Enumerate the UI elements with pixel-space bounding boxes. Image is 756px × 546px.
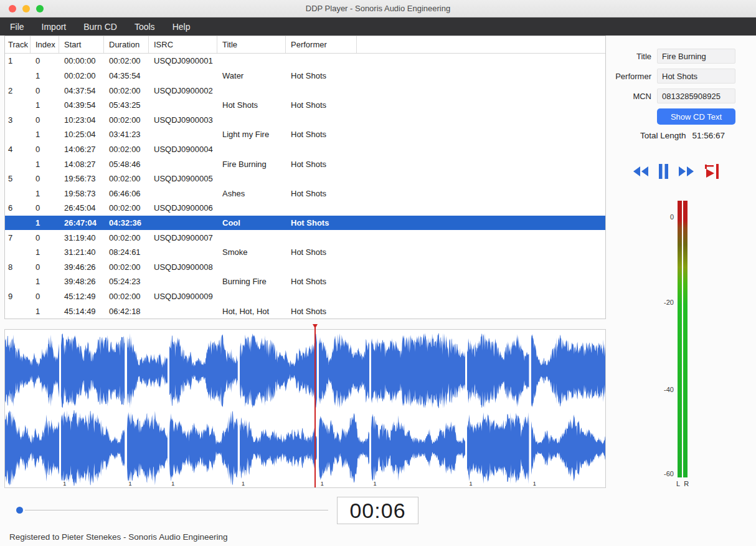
menu-item-file[interactable]: File: [10, 22, 33, 32]
mcn-field[interactable]: [657, 89, 735, 103]
minimize-window-button[interactable]: [22, 5, 30, 12]
show-cd-text-button[interactable]: Show CD Text: [657, 108, 735, 125]
table-row[interactable]: 104:39:5405:43:25Hot ShotsHot Shots: [5, 98, 605, 113]
cell-performer: Hot Shots: [286, 189, 357, 198]
time-value: 00:06: [349, 499, 405, 523]
meter-bar-right: [683, 201, 687, 477]
cell-duration: 04:35:54: [104, 71, 149, 80]
waveform-segment[interactable]: 1: [169, 330, 238, 487]
cell-start: 19:58:73: [59, 189, 104, 198]
close-window-button[interactable]: [9, 5, 16, 12]
table-row[interactable]: 100:02:0004:35:54WaterHot Shots: [5, 69, 605, 84]
table-row[interactable]: 8039:46:2600:02:00USQDJ0900008: [5, 260, 605, 275]
waveform-segment[interactable]: 1: [531, 330, 605, 487]
cell-duration: 06:46:06: [104, 189, 149, 198]
cell-title: Burning Fire: [217, 277, 286, 286]
column-header-duration: Duration: [104, 36, 149, 53]
cell-index: 1: [31, 71, 59, 80]
playhead-cursor[interactable]: [314, 324, 316, 487]
meter-scale: 0-20-40-60: [654, 201, 674, 477]
cell-start: 00:00:00: [59, 56, 104, 65]
waveform-display[interactable]: 11111111: [4, 329, 606, 488]
waveform-segment[interactable]: 1: [127, 330, 168, 487]
cell-index: 1: [31, 247, 59, 257]
pause-button[interactable]: [658, 163, 669, 180]
cell-start: 04:37:54: [59, 86, 104, 95]
menu-item-burn-cd[interactable]: Burn CD: [75, 22, 126, 32]
column-header-track: Track: [5, 36, 31, 53]
cell-start: 14:06:27: [59, 145, 104, 154]
table-row[interactable]: 145:14:4906:42:18Hot, Hot, HotHot Shots: [5, 304, 605, 318]
table-row[interactable]: 139:48:2605:24:23Burning FireHot Shots: [5, 274, 605, 289]
segment-marker-label: 1: [319, 481, 325, 487]
table-row[interactable]: 110:25:0403:41:23Light my FireHot Shots: [5, 127, 605, 142]
position-slider-track[interactable]: [25, 510, 328, 510]
cell-start: 45:14:49: [59, 307, 104, 316]
performer-field[interactable]: [657, 69, 735, 84]
waveform-segment[interactable]: 1: [467, 330, 529, 487]
total-length-value: 51:56:67: [692, 131, 725, 140]
cell-performer: Hot Shots: [286, 247, 357, 257]
table-row[interactable]: 114:08:2705:48:46Fire BurningHot Shots: [5, 156, 605, 171]
cell-index: 0: [31, 86, 59, 95]
cell-index: 0: [31, 262, 59, 272]
cell-title: Smoke: [217, 247, 286, 257]
table-row[interactable]: 9045:12:4900:02:00USQDJ0900009: [5, 289, 605, 304]
meter-scale-label: 0: [670, 213, 674, 221]
column-header-performer: Performer: [286, 36, 357, 53]
meter-scale-label: -60: [664, 470, 674, 477]
track-table-header: TrackIndexStartDurationISRCTitlePerforme…: [5, 36, 605, 54]
cell-isrc: USQDJ0900005: [149, 174, 217, 183]
cell-isrc: USQDJ0900004: [149, 145, 217, 154]
cell-start: 14:08:27: [59, 160, 104, 169]
column-header-title: Title: [217, 36, 286, 53]
cell-index: 0: [31, 174, 59, 183]
table-row[interactable]: 3010:23:0400:02:00USQDJ0900003: [5, 112, 605, 127]
cell-track: 3: [5, 115, 31, 125]
rewind-button[interactable]: [632, 165, 650, 178]
table-row[interactable]: 126:47:0404:32:36CoolHot Shots: [5, 216, 605, 231]
cell-isrc: USQDJ0900001: [149, 56, 217, 65]
track-table-body: 1000:00:0000:02:00USQDJ0900001100:02:000…: [5, 54, 605, 318]
table-row[interactable]: 5019:56:7300:02:00USQDJ0900005: [5, 171, 605, 186]
position-slider-thumb[interactable]: [16, 507, 23, 514]
cell-track: 6: [5, 203, 31, 213]
waveform-segment[interactable]: 1: [319, 330, 370, 487]
waveform-segment[interactable]: 1: [61, 330, 125, 487]
cell-index: 1: [31, 307, 59, 316]
play-to-marker-button[interactable]: [704, 162, 722, 181]
cell-title: Ashes: [217, 189, 286, 198]
performer-field-label: Performer: [613, 72, 651, 81]
waveform-segment[interactable]: 1: [371, 330, 465, 487]
mcn-field-label: MCN: [613, 92, 651, 101]
waveform-segment[interactable]: 1: [240, 330, 317, 487]
table-row[interactable]: 2004:37:5400:02:00USQDJ0900002: [5, 83, 605, 98]
table-row[interactable]: 119:58:7306:46:06AshesHot Shots: [5, 186, 605, 201]
fast-forward-icon: [678, 165, 695, 178]
title-field[interactable]: [657, 49, 735, 64]
cell-title: Water: [217, 71, 286, 80]
registration-status: Registered to Pieter Stenekes - Sonoris …: [9, 532, 227, 542]
meter-scale-label: -20: [664, 299, 674, 306]
track-table: TrackIndexStartDurationISRCTitlePerforme…: [4, 36, 606, 319]
cell-title: Hot Shots: [217, 100, 286, 110]
table-row[interactable]: 7031:19:4000:02:00USQDJ0900007: [5, 230, 605, 245]
cell-duration: 00:02:00: [104, 292, 149, 301]
table-row[interactable]: 1000:00:0000:02:00USQDJ0900001: [5, 54, 605, 69]
cell-duration: 00:02:00: [104, 174, 149, 183]
menu-item-import[interactable]: Import: [33, 22, 75, 32]
table-row[interactable]: 131:21:4008:24:61SmokeHot Shots: [5, 245, 605, 260]
menu-item-tools[interactable]: Tools: [126, 22, 164, 32]
cell-title: Cool: [217, 218, 286, 228]
menu-item-help[interactable]: Help: [164, 22, 199, 32]
table-row[interactable]: 6026:45:0400:02:00USQDJ0900006: [5, 201, 605, 216]
cell-duration: 04:32:36: [104, 218, 149, 228]
cell-index: 0: [31, 145, 59, 154]
cell-performer: Hot Shots: [286, 100, 357, 110]
window-title: DDP Player - Sonoris Audio Engineering: [306, 4, 450, 13]
zoom-window-button[interactable]: [36, 5, 44, 12]
fast-forward-button[interactable]: [678, 165, 695, 178]
waveform-segment[interactable]: [5, 330, 59, 487]
table-row[interactable]: 4014:06:2700:02:00USQDJ0900004: [5, 142, 605, 157]
meter-channel-right: R: [684, 480, 689, 487]
